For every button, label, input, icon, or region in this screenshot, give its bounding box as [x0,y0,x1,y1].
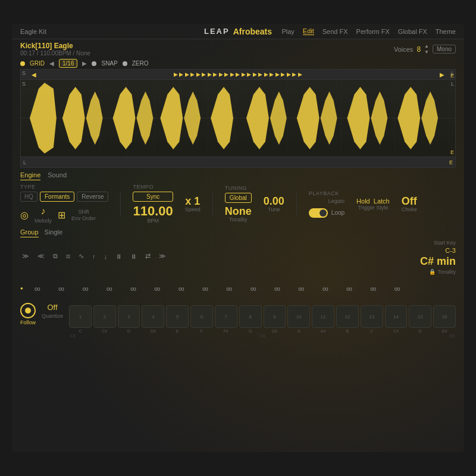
note-label-6: F [190,329,213,333]
tab-single[interactable]: Single [45,228,63,237]
tab-engine[interactable]: Engine [20,171,40,180]
pad-2[interactable]: 2 [93,305,116,328]
ff2-button[interactable]: ≫ [157,251,168,261]
icon-circle[interactable]: ◎ [20,209,29,221]
pad-13[interactable]: 13 [361,305,383,328]
nav-globalfx[interactable]: Global FX [398,28,427,35]
inf-icon-8: ∞ [202,284,208,293]
global-button[interactable]: Global [225,193,252,203]
pad-10[interactable]: 10 [287,305,310,328]
pad-8[interactable]: 8 [239,305,262,328]
pause-button[interactable]: ⏸ [114,252,124,261]
pad-14[interactable]: 14 [385,305,408,328]
waveform-bottom-bar: L E [20,157,456,168]
reverse-button[interactable]: Reverse [77,192,108,202]
pad-6[interactable]: 6 [190,305,213,328]
pad-sym-7[interactable]: ∞ [170,277,192,299]
pad-sym-5[interactable]: ∞ [122,277,144,299]
loop-end[interactable]: ▶ [440,71,444,78]
pad-sym-8[interactable]: ∞ [194,277,216,299]
pad-sym-14[interactable]: ∞ [338,277,360,299]
pad-3[interactable]: 3 [118,305,140,328]
svg-marker-32 [421,92,438,145]
wave-bottom-e: E [449,159,453,165]
pad-sym-9[interactable]: ∞ [218,277,240,299]
grid-prev[interactable]: ◀ [49,60,54,67]
hq-button[interactable]: HQ [20,192,37,202]
icon-melody[interactable]: ♪ Melody [35,206,52,224]
octave-labels: C3 C4 C5 [69,334,456,338]
engine-row: TYPE HQ Formants Reverse ◎ ♪ Melody ⊞ [20,184,456,224]
snap-dot [92,61,96,66]
svg-marker-20 [113,87,136,149]
nav-edit[interactable]: Edit [303,27,314,35]
pattern1-button[interactable]: ⧉ [51,251,60,261]
quantize-value: Off [47,303,57,312]
sync-button[interactable]: Sync [133,192,173,202]
track-meta: 00:17 / 110.00BPM / None [20,50,90,57]
follow-button[interactable] [20,303,36,318]
grid-next[interactable]: ▶ [82,60,87,67]
pad-5[interactable]: 5 [166,305,189,328]
up-button[interactable]: ↑ [90,252,98,261]
pad-sym-6[interactable]: ∞ [146,277,168,299]
shuffle-button[interactable]: ⇄ [143,251,152,261]
voices-stepper[interactable]: ▲ ▼ [424,43,429,55]
note-label-3: D [118,329,140,333]
pad-sym-1[interactable]: ∞ [26,277,48,299]
mono-button[interactable]: Mono [433,45,456,54]
tab-sound[interactable]: Sound [48,171,67,180]
pad-9[interactable]: 9 [264,305,286,328]
grid-dot [20,61,25,66]
pad-sym-2[interactable]: ∞ [50,277,72,299]
nav-theme[interactable]: Theme [436,28,456,35]
pad-sym-3[interactable]: ∞ [74,277,96,299]
pad-sym-4[interactable]: ∞ [98,277,120,299]
wave-button[interactable]: ∿ [77,251,86,261]
rew-button[interactable]: ≪ [36,251,46,261]
tempo-group: TEMPO Sync 110.00 BPM [133,184,173,224]
grid-label: GRID [30,60,45,67]
note-label-13: C [361,329,383,333]
note-label-11: A# [312,329,334,333]
wave-e: E [450,149,454,155]
tonality-display: None Tonality [225,206,252,223]
ff-button[interactable]: ≫ [20,251,31,261]
tonality-display: C# min [420,255,456,268]
inf-icon-10: ∞ [250,284,256,293]
loop-start[interactable]: ◀ [32,71,36,78]
pattern2-button[interactable]: ⧈ [64,251,72,261]
app-name: Afrobeats [233,27,272,36]
waveform-area[interactable]: S L E [20,80,456,157]
pad-4[interactable]: 4 [142,305,164,328]
pad-sym-10[interactable]: ∞ [242,277,264,299]
tonality-label: 🔒 Tonality [429,269,456,275]
loop-toggle[interactable] [309,208,328,218]
tab-group[interactable]: Group [20,228,39,237]
pad-16[interactable]: 16 [433,305,456,328]
pad-sym-15[interactable]: ∞ [362,277,384,299]
nav-sendfx[interactable]: Send FX [322,28,348,35]
pad-sym-11[interactable]: ∞ [266,277,288,299]
pad-7[interactable]: 7 [215,305,237,328]
nav-performfx[interactable]: Perform FX [356,28,390,35]
pad-sym-12[interactable]: ∞ [290,277,312,299]
pad-15[interactable]: 15 [409,305,431,328]
pad-11[interactable]: 11 [312,305,334,328]
pause2-button[interactable]: ⏸ [129,252,139,261]
pad-sym-16[interactable]: ∞ [386,277,408,299]
pad-sym-13[interactable]: ∞ [314,277,336,299]
formants-button[interactable]: Formants [40,192,74,202]
pad-12[interactable]: 12 [336,305,359,328]
nav-play[interactable]: Play [281,28,294,35]
pad-1[interactable]: 1 [69,305,92,328]
pad-symbols-row: ● ∞ ∞ ∞ ∞ ∞ ∞ ∞ ∞ ∞ ∞ ∞ ∞ ∞ ∞ ∞ ∞ [20,277,456,299]
melody-label: Melody [35,218,52,224]
grid-value[interactable]: 1/16 [59,59,77,68]
down-button[interactable]: ↓ [102,252,109,261]
choke-label: Choke [402,206,417,212]
tonality-label: Tonality [229,217,248,223]
inf-icon-5: ∞ [130,284,136,293]
svg-marker-30 [371,92,387,145]
icon-grid[interactable]: ⊞ [58,209,65,221]
